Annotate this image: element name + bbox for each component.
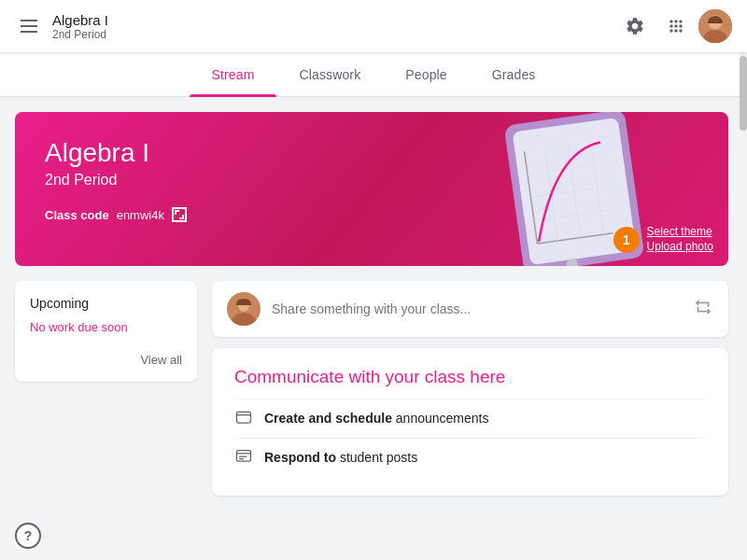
theme-options: Select theme Upload photo (647, 225, 713, 253)
class-banner: Algebra I 2nd Period Class code enmwi4k (15, 112, 728, 266)
header-subtitle: 2nd Period (52, 28, 108, 41)
gear-icon (625, 16, 645, 36)
tabs-bar: Stream Classwork People Grades (0, 52, 747, 97)
expand-icon[interactable] (172, 207, 187, 222)
content-row: Upcoming No work due soon View all (15, 281, 728, 496)
main-content: Algebra I 2nd Period Class code enmwi4k (0, 97, 747, 560)
scrollbar-thumb[interactable] (740, 56, 747, 131)
header-title: Algebra I (52, 12, 108, 28)
repost-icon[interactable] (693, 297, 713, 321)
communicate-title: Communicate with your class here (234, 367, 706, 387)
right-panel: Communicate with your class here Create … (212, 281, 728, 496)
settings-button[interactable] (616, 7, 654, 45)
tab-grades[interactable]: Grades (470, 52, 558, 97)
share-avatar (227, 292, 261, 326)
number-badge: 1 (613, 227, 640, 253)
comm-item-respond: Respond to student posts (234, 438, 706, 477)
announcement-icon (234, 409, 253, 427)
respond-text: Respond to student posts (264, 448, 417, 468)
select-theme-link[interactable]: Select theme (647, 225, 713, 238)
left-panel: Upcoming No work due soon View all (15, 281, 197, 496)
respond-icon (234, 448, 253, 467)
upcoming-title: Upcoming (30, 296, 182, 311)
theme-overlay: 1 Select theme Upload photo (613, 225, 713, 253)
help-label: ? (24, 528, 33, 543)
view-all-link[interactable]: View all (30, 353, 182, 367)
menu-button[interactable] (15, 14, 43, 38)
header: Algebra I 2nd Period (0, 0, 747, 52)
share-input[interactable] (272, 301, 682, 316)
communicate-card: Communicate with your class here Create … (212, 348, 728, 496)
tab-classwork[interactable]: Classwork (276, 52, 383, 97)
svg-rect-18 (237, 412, 251, 423)
avatar-image (698, 9, 732, 43)
upcoming-card: Upcoming No work due soon View all (15, 281, 197, 382)
header-left: Algebra I 2nd Period (15, 12, 616, 41)
upload-photo-link[interactable]: Upload photo (647, 240, 713, 253)
svg-rect-20 (237, 451, 251, 462)
comm-item-announce: Create and schedule announcements (234, 399, 706, 438)
tab-stream[interactable]: Stream (190, 52, 277, 97)
header-title-block: Algebra I 2nd Period (52, 12, 108, 41)
announce-text: Create and schedule announcements (264, 409, 488, 428)
scrollbar-track (740, 52, 747, 560)
share-card (212, 281, 728, 337)
tab-people[interactable]: People (383, 52, 469, 97)
class-code-value: enmwi4k (117, 208, 164, 222)
no-work-text: No work due soon (30, 320, 182, 334)
help-button[interactable]: ? (15, 523, 41, 549)
header-icons (616, 7, 732, 45)
class-code-label: Class code (45, 208, 109, 222)
apps-button[interactable] (657, 7, 695, 45)
grid-icon (667, 17, 685, 35)
avatar[interactable] (698, 9, 732, 43)
